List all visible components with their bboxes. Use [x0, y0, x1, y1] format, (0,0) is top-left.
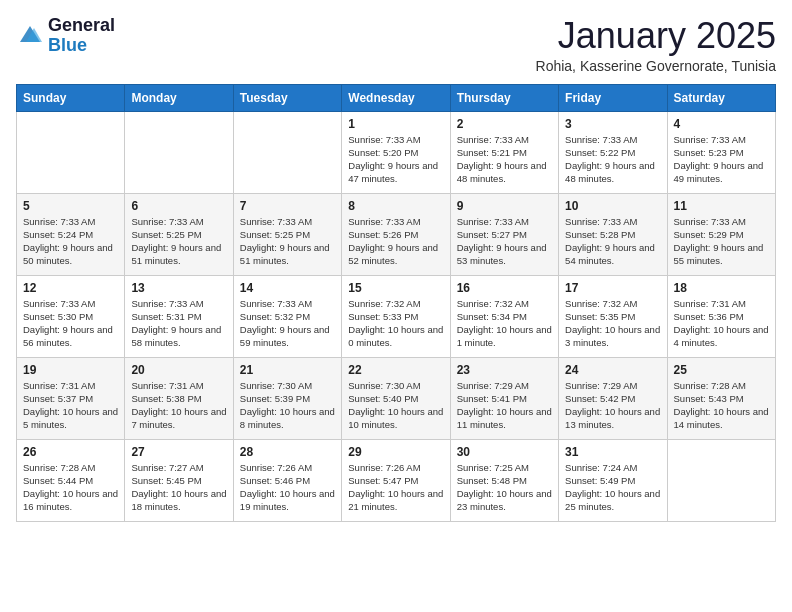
day-number: 2 [457, 117, 552, 131]
calendar-week-row: 1Sunrise: 7:33 AMSunset: 5:20 PMDaylight… [17, 111, 776, 193]
calendar-cell: 29Sunrise: 7:26 AMSunset: 5:47 PMDayligh… [342, 439, 450, 521]
calendar-cell: 17Sunrise: 7:32 AMSunset: 5:35 PMDayligh… [559, 275, 667, 357]
calendar-cell [17, 111, 125, 193]
day-number: 24 [565, 363, 660, 377]
day-number: 31 [565, 445, 660, 459]
calendar-week-row: 12Sunrise: 7:33 AMSunset: 5:30 PMDayligh… [17, 275, 776, 357]
day-number: 14 [240, 281, 335, 295]
day-number: 11 [674, 199, 769, 213]
day-info: Sunrise: 7:30 AMSunset: 5:39 PMDaylight:… [240, 379, 335, 432]
calendar-cell: 3Sunrise: 7:33 AMSunset: 5:22 PMDaylight… [559, 111, 667, 193]
calendar-cell: 27Sunrise: 7:27 AMSunset: 5:45 PMDayligh… [125, 439, 233, 521]
day-number: 26 [23, 445, 118, 459]
calendar-week-row: 5Sunrise: 7:33 AMSunset: 5:24 PMDaylight… [17, 193, 776, 275]
day-info: Sunrise: 7:28 AMSunset: 5:43 PMDaylight:… [674, 379, 769, 432]
calendar-week-row: 26Sunrise: 7:28 AMSunset: 5:44 PMDayligh… [17, 439, 776, 521]
header-wednesday: Wednesday [342, 84, 450, 111]
day-info: Sunrise: 7:33 AMSunset: 5:31 PMDaylight:… [131, 297, 226, 350]
calendar-cell: 30Sunrise: 7:25 AMSunset: 5:48 PMDayligh… [450, 439, 558, 521]
day-info: Sunrise: 7:33 AMSunset: 5:26 PMDaylight:… [348, 215, 443, 268]
header-monday: Monday [125, 84, 233, 111]
day-info: Sunrise: 7:33 AMSunset: 5:25 PMDaylight:… [240, 215, 335, 268]
day-info: Sunrise: 7:24 AMSunset: 5:49 PMDaylight:… [565, 461, 660, 514]
day-info: Sunrise: 7:33 AMSunset: 5:27 PMDaylight:… [457, 215, 552, 268]
header-thursday: Thursday [450, 84, 558, 111]
day-info: Sunrise: 7:33 AMSunset: 5:25 PMDaylight:… [131, 215, 226, 268]
logo-icon [16, 22, 44, 50]
calendar-cell: 1Sunrise: 7:33 AMSunset: 5:20 PMDaylight… [342, 111, 450, 193]
calendar-cell: 19Sunrise: 7:31 AMSunset: 5:37 PMDayligh… [17, 357, 125, 439]
day-info: Sunrise: 7:33 AMSunset: 5:22 PMDaylight:… [565, 133, 660, 186]
day-info: Sunrise: 7:27 AMSunset: 5:45 PMDaylight:… [131, 461, 226, 514]
day-number: 9 [457, 199, 552, 213]
logo-general: General [48, 16, 115, 36]
day-number: 25 [674, 363, 769, 377]
day-number: 27 [131, 445, 226, 459]
month-title: January 2025 [536, 16, 776, 56]
header-friday: Friday [559, 84, 667, 111]
calendar-cell: 22Sunrise: 7:30 AMSunset: 5:40 PMDayligh… [342, 357, 450, 439]
header-sunday: Sunday [17, 84, 125, 111]
day-number: 17 [565, 281, 660, 295]
calendar-cell: 20Sunrise: 7:31 AMSunset: 5:38 PMDayligh… [125, 357, 233, 439]
calendar-header-row: SundayMondayTuesdayWednesdayThursdayFrid… [17, 84, 776, 111]
calendar-cell: 24Sunrise: 7:29 AMSunset: 5:42 PMDayligh… [559, 357, 667, 439]
day-info: Sunrise: 7:33 AMSunset: 5:23 PMDaylight:… [674, 133, 769, 186]
calendar-cell: 13Sunrise: 7:33 AMSunset: 5:31 PMDayligh… [125, 275, 233, 357]
day-info: Sunrise: 7:30 AMSunset: 5:40 PMDaylight:… [348, 379, 443, 432]
day-info: Sunrise: 7:33 AMSunset: 5:32 PMDaylight:… [240, 297, 335, 350]
calendar-cell: 28Sunrise: 7:26 AMSunset: 5:46 PMDayligh… [233, 439, 341, 521]
calendar-cell: 21Sunrise: 7:30 AMSunset: 5:39 PMDayligh… [233, 357, 341, 439]
day-number: 29 [348, 445, 443, 459]
calendar-table: SundayMondayTuesdayWednesdayThursdayFrid… [16, 84, 776, 522]
header-saturday: Saturday [667, 84, 775, 111]
day-info: Sunrise: 7:29 AMSunset: 5:42 PMDaylight:… [565, 379, 660, 432]
title-area: January 2025 Rohia, Kasserine Governorat… [536, 16, 776, 74]
calendar-cell: 16Sunrise: 7:32 AMSunset: 5:34 PMDayligh… [450, 275, 558, 357]
calendar-cell: 6Sunrise: 7:33 AMSunset: 5:25 PMDaylight… [125, 193, 233, 275]
calendar-cell [667, 439, 775, 521]
day-info: Sunrise: 7:31 AMSunset: 5:37 PMDaylight:… [23, 379, 118, 432]
location-title: Rohia, Kasserine Governorate, Tunisia [536, 58, 776, 74]
calendar-cell: 14Sunrise: 7:33 AMSunset: 5:32 PMDayligh… [233, 275, 341, 357]
calendar-cell: 8Sunrise: 7:33 AMSunset: 5:26 PMDaylight… [342, 193, 450, 275]
header-tuesday: Tuesday [233, 84, 341, 111]
calendar-cell: 25Sunrise: 7:28 AMSunset: 5:43 PMDayligh… [667, 357, 775, 439]
day-number: 8 [348, 199, 443, 213]
calendar-cell: 10Sunrise: 7:33 AMSunset: 5:28 PMDayligh… [559, 193, 667, 275]
day-number: 18 [674, 281, 769, 295]
calendar-cell: 12Sunrise: 7:33 AMSunset: 5:30 PMDayligh… [17, 275, 125, 357]
day-number: 12 [23, 281, 118, 295]
logo-text: General Blue [48, 16, 115, 56]
day-number: 7 [240, 199, 335, 213]
day-number: 1 [348, 117, 443, 131]
day-info: Sunrise: 7:28 AMSunset: 5:44 PMDaylight:… [23, 461, 118, 514]
day-info: Sunrise: 7:33 AMSunset: 5:28 PMDaylight:… [565, 215, 660, 268]
day-number: 28 [240, 445, 335, 459]
day-info: Sunrise: 7:33 AMSunset: 5:21 PMDaylight:… [457, 133, 552, 186]
day-info: Sunrise: 7:26 AMSunset: 5:46 PMDaylight:… [240, 461, 335, 514]
day-number: 23 [457, 363, 552, 377]
day-number: 13 [131, 281, 226, 295]
calendar-cell: 23Sunrise: 7:29 AMSunset: 5:41 PMDayligh… [450, 357, 558, 439]
day-info: Sunrise: 7:25 AMSunset: 5:48 PMDaylight:… [457, 461, 552, 514]
calendar-cell: 2Sunrise: 7:33 AMSunset: 5:21 PMDaylight… [450, 111, 558, 193]
calendar-cell: 9Sunrise: 7:33 AMSunset: 5:27 PMDaylight… [450, 193, 558, 275]
calendar-cell: 15Sunrise: 7:32 AMSunset: 5:33 PMDayligh… [342, 275, 450, 357]
day-info: Sunrise: 7:33 AMSunset: 5:20 PMDaylight:… [348, 133, 443, 186]
day-info: Sunrise: 7:29 AMSunset: 5:41 PMDaylight:… [457, 379, 552, 432]
day-info: Sunrise: 7:31 AMSunset: 5:38 PMDaylight:… [131, 379, 226, 432]
day-number: 19 [23, 363, 118, 377]
day-number: 10 [565, 199, 660, 213]
calendar-cell: 5Sunrise: 7:33 AMSunset: 5:24 PMDaylight… [17, 193, 125, 275]
day-number: 15 [348, 281, 443, 295]
calendar-week-row: 19Sunrise: 7:31 AMSunset: 5:37 PMDayligh… [17, 357, 776, 439]
day-number: 22 [348, 363, 443, 377]
calendar-cell: 26Sunrise: 7:28 AMSunset: 5:44 PMDayligh… [17, 439, 125, 521]
day-number: 5 [23, 199, 118, 213]
day-number: 21 [240, 363, 335, 377]
day-info: Sunrise: 7:33 AMSunset: 5:24 PMDaylight:… [23, 215, 118, 268]
day-number: 3 [565, 117, 660, 131]
calendar-cell [233, 111, 341, 193]
calendar-cell [125, 111, 233, 193]
